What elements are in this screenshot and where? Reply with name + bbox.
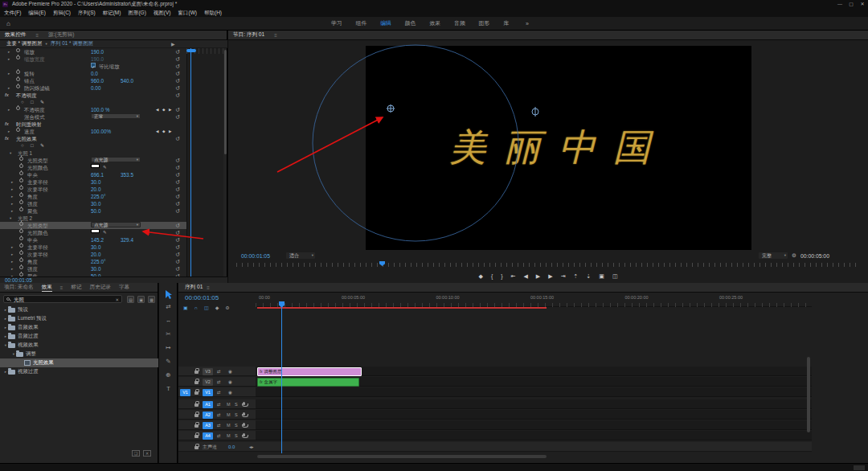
stopwatch-icon[interactable] [19, 222, 23, 226]
linked-selection-icon[interactable]: ◫ [204, 305, 209, 310]
workspace-tab-2[interactable]: 编辑 [380, 19, 391, 27]
stopwatch-icon[interactable] [19, 244, 23, 248]
twirl-icon[interactable]: ▸ [11, 178, 13, 186]
fx-badge-icon[interactable]: fx [5, 92, 9, 99]
mic-icon[interactable] [243, 412, 245, 416]
track-header-a2[interactable]: A2⇄MS [178, 410, 256, 420]
twirl-icon[interactable]: ▸ [11, 244, 13, 251]
filter-accelerated-icon[interactable]: ▤ [127, 296, 134, 303]
prev-keyframe-icon[interactable]: ◀ [156, 106, 158, 113]
effect-controls-playhead[interactable] [190, 48, 191, 283]
reset-icon[interactable]: ↺ [175, 157, 180, 164]
next-keyframe-icon[interactable]: ▶ [169, 106, 171, 113]
solo-icon[interactable]: S [235, 420, 238, 430]
reset-icon[interactable]: ↺ [175, 84, 180, 92]
reset-icon[interactable]: ↺ [175, 222, 180, 229]
stopwatch-icon[interactable] [16, 48, 20, 52]
maximize-button[interactable]: ▢ [845, 0, 857, 9]
reset-icon[interactable]: ↺ [175, 207, 180, 215]
twirl-icon[interactable]: ▸ [11, 193, 13, 200]
track-header-a3[interactable]: A3⇄MS [178, 420, 256, 430]
step-back-button[interactable]: ◀ [523, 271, 527, 282]
reset-icon[interactable]: ↺ [175, 229, 180, 236]
uniform-scale-checkbox[interactable]: ✓ [91, 63, 96, 68]
reset-icon[interactable]: ↺ [175, 135, 180, 142]
mute-icon[interactable]: M [227, 399, 231, 409]
workspace-tab-4[interactable]: 效果 [429, 19, 440, 27]
tab-2[interactable]: 标记 [71, 284, 81, 291]
insert-overwrite-icon[interactable]: ▣ [183, 305, 188, 310]
lock-icon[interactable] [194, 371, 199, 374]
tab-effect-controls[interactable]: 效果控件 [5, 31, 26, 39]
reset-icon[interactable]: ↺ [175, 77, 180, 84]
stopwatch-icon[interactable] [16, 77, 20, 81]
lock-icon[interactable] [194, 424, 199, 428]
sync-lock-icon[interactable]: ⇄ [217, 367, 221, 376]
track-target-badge[interactable]: A2 [203, 412, 213, 419]
new-custom-bin-button[interactable]: ❏ [132, 450, 140, 457]
twirl-icon[interactable]: ▾ [10, 149, 11, 157]
reset-icon[interactable]: ↺ [175, 178, 180, 186]
property-value[interactable]: 0.00 [91, 84, 100, 92]
resize-grip[interactable] [854, 465, 865, 470]
clip-调整图层[interactable]: fx调整图层 [257, 367, 362, 376]
zoom-level-dropdown[interactable]: 适合▾ [286, 252, 315, 259]
reset-icon[interactable]: ↺ [175, 48, 180, 55]
track-target-badge[interactable]: V3 [203, 368, 213, 375]
reset-icon[interactable]: ↺ [175, 106, 180, 113]
twirl-icon[interactable]: ▸ [11, 200, 13, 207]
tree-item[interactable]: ▾视频效果 [0, 341, 158, 350]
workspace-tab-3[interactable]: 颜色 [405, 19, 416, 27]
stopwatch-icon[interactable] [16, 84, 20, 88]
prev-keyframe-icon[interactable]: ◀ [156, 128, 158, 135]
twirl-icon[interactable]: ▸ [11, 186, 13, 193]
play-toggle-icon[interactable]: ▶ [171, 41, 175, 47]
master-level-value[interactable]: 0.0 [228, 442, 235, 452]
color-swatch[interactable] [91, 164, 100, 168]
close-button[interactable]: ✕ [857, 0, 868, 9]
property-value[interactable]: 30.0 [91, 244, 100, 251]
extract-button[interactable]: ⇣ [586, 271, 591, 282]
panel-menu-icon[interactable]: ≡ [274, 33, 277, 38]
timeline-settings-icon[interactable]: ⚙ [225, 305, 229, 310]
twirl-icon[interactable]: ▸ [11, 265, 13, 272]
track-target-badge[interactable]: A4 [203, 432, 213, 440]
search-input[interactable]: 光照 [14, 296, 24, 304]
workspace-tab-5[interactable]: 音频 [454, 19, 465, 27]
timeline-timecode[interactable]: 00:00:01:05 [185, 294, 219, 301]
stopwatch-icon[interactable] [16, 55, 20, 59]
property-value[interactable]: 696.1 [91, 171, 104, 178]
track-content-v1[interactable] [256, 387, 812, 397]
lock-icon[interactable] [194, 391, 199, 395]
stopwatch-icon[interactable] [19, 164, 23, 168]
reset-icon[interactable]: ↺ [175, 258, 180, 265]
mic-icon[interactable] [243, 423, 245, 426]
dropdown[interactable]: 正常▾ [91, 113, 141, 119]
solo-icon[interactable]: S [235, 431, 238, 440]
filter-32bpc-icon[interactable]: ▣ [137, 296, 145, 303]
tree-item[interactable]: ▾调整 [0, 350, 158, 358]
filter-yuv-icon[interactable]: ▦ [148, 296, 155, 303]
tree-item[interactable]: ▸视频过渡 [0, 367, 158, 376]
stopwatch-icon[interactable] [19, 229, 23, 233]
twirl-icon[interactable]: ▸ [11, 258, 13, 265]
tree-item[interactable]: ▸音频过渡 [0, 332, 158, 341]
effect-controls-scrollbar[interactable] [224, 50, 227, 154]
property-value[interactable]: 960.0 [91, 77, 104, 84]
stopwatch-icon[interactable] [19, 157, 23, 161]
stopwatch-icon[interactable] [19, 178, 23, 182]
tab-4[interactable]: 字幕 [119, 284, 129, 291]
reset-icon[interactable]: ↺ [175, 171, 180, 178]
reset-icon[interactable]: ↺ [175, 113, 180, 121]
track-header-a1[interactable]: A1⇄MS [178, 399, 256, 409]
delete-item-button[interactable]: ✕ [143, 450, 151, 457]
add-marker-button[interactable]: ◆ [479, 271, 483, 282]
menu-item[interactable]: 视图(V) [154, 10, 171, 17]
twirl-icon[interactable]: ▸ [8, 48, 10, 55]
track-target-badge[interactable]: A1 [203, 401, 213, 408]
twirl-icon[interactable]: ▸ [8, 128, 10, 135]
lock-icon[interactable] [194, 403, 199, 407]
stopwatch-icon[interactable] [19, 265, 23, 269]
track-output-eye-icon[interactable]: ◉ [228, 367, 232, 376]
play-button[interactable]: ▶ [536, 271, 540, 282]
